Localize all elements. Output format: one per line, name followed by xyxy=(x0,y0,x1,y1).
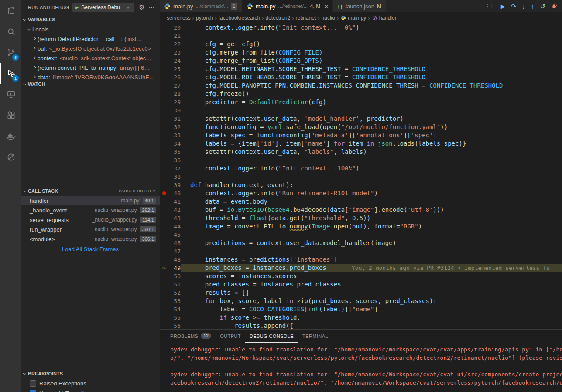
activity-bar-explorer[interactable] xyxy=(0,0,21,21)
breadcrumb-item[interactable]: detectron2 xyxy=(265,15,290,21)
breakpoint-gutter[interactable] xyxy=(160,214,168,222)
panel-tab-terminal[interactable]: TERMINAL xyxy=(298,330,332,343)
load-all-stack-frames-link[interactable]: Load All Stack Frames xyxy=(21,246,160,252)
code-line[interactable]: 38 xyxy=(160,173,562,181)
activity-bar-source-control[interactable]: 8 xyxy=(0,42,21,63)
code-line[interactable]: 46 predictions = context.user_data.model… xyxy=(160,239,562,247)
code-line[interactable]: 36 xyxy=(160,156,562,164)
breakpoint-gutter[interactable] xyxy=(160,90,168,98)
breakpoint-gutter[interactable] xyxy=(160,40,168,48)
breakpoint-gutter[interactable] xyxy=(160,115,168,123)
stack-frame[interactable]: serve_requests_nuclio_wrapper.py114:1 xyxy=(21,215,160,225)
close-icon[interactable]: × xyxy=(324,3,328,10)
code-line[interactable]: 30 xyxy=(160,106,562,115)
watch-section-header[interactable]: WATCH xyxy=(21,79,160,89)
breakpoint-gutter[interactable] xyxy=(160,24,168,32)
code-line[interactable]: 23 cfg.merge_from_file(CONFIG_FILE) xyxy=(160,48,562,57)
code-line[interactable]: 33 labels_spec = functionconfig['metadat… xyxy=(160,131,562,140)
code-line[interactable]: 24 cfg.merge_from_list(CONFIG_OPTS) xyxy=(160,57,562,65)
breakpoint-gutter[interactable] xyxy=(160,322,168,329)
breakpoint-gutter[interactable] xyxy=(160,140,168,148)
code-line[interactable]: 55 if score >= threshold: xyxy=(160,314,562,322)
launch-config-select[interactable]: ▶ Serverless Debu xyxy=(72,3,134,12)
breakpoint-gutter[interactable] xyxy=(160,297,168,305)
disconnect-button[interactable] xyxy=(551,3,558,10)
code-line[interactable]: 37 context.logger.info("Init context...1… xyxy=(160,164,562,173)
breakpoint-gutter[interactable] xyxy=(160,65,168,73)
variable-row[interactable]: (return) DefaultPredictor.__call__:{'ins… xyxy=(21,34,160,44)
variable-row[interactable]: (return) convert_PIL_to_numpy:array([[[ … xyxy=(21,63,160,72)
breakpoint-gutter[interactable] xyxy=(160,131,168,140)
stack-frame[interactable]: handlermain.py49:1 xyxy=(21,196,160,205)
breakpoint-gutter[interactable] xyxy=(160,239,168,247)
breakpoint-gutter[interactable] xyxy=(160,148,168,156)
breakpoint-gutter[interactable] xyxy=(160,305,168,314)
code-line[interactable]: 41 data = event.body xyxy=(160,198,562,206)
code-line[interactable]: ▷49 pred_boxes = instances.pred_boxesYou… xyxy=(160,264,562,272)
call-stack-section-header[interactable]: CALL STACK PAUSED ON STEP xyxy=(21,186,160,196)
breakpoint-gutter[interactable] xyxy=(160,73,168,82)
editor-tab[interactable]: main.py.../siammask/...1 xyxy=(160,0,242,12)
breakpoint-gutter[interactable] xyxy=(160,231,168,239)
breakpoint-checkbox[interactable]: ✓ xyxy=(30,390,36,392)
code-line[interactable]: 39def handler(context, event): xyxy=(160,181,562,189)
activity-bar-extensions[interactable] xyxy=(0,105,21,126)
breakpoint-gutter[interactable] xyxy=(160,48,168,57)
breakpoint-gutter[interactable] xyxy=(160,57,168,65)
breakpoint-gutter[interactable] xyxy=(160,222,168,231)
variable-row[interactable]: data:{'image': 'iVBORw0KGgoAAAANSUhE… xyxy=(21,72,160,79)
code-line[interactable]: 45 xyxy=(160,231,562,239)
code-line[interactable]: 52 results = [] xyxy=(160,289,562,297)
breakpoint-gutter[interactable] xyxy=(160,123,168,131)
code-line[interactable]: 54 label = COCO_CATEGORIES[int(label)]["… xyxy=(160,305,562,314)
breakpoint-gutter[interactable] xyxy=(160,272,168,280)
variable-row[interactable]: context:<nuclio_sdk.context.Context obje… xyxy=(21,53,160,63)
breadcrumb-item[interactable]: retinanet xyxy=(296,15,316,21)
code-line[interactable]: 31 setattr(context.user_data, 'model_han… xyxy=(160,115,562,123)
code-line[interactable]: 43 threshold = float(data.get("threshold… xyxy=(160,214,562,222)
code-line[interactable]: 29 predictor = DefaultPredictor(cfg) xyxy=(160,98,562,106)
panel-tab-output[interactable]: OUTPUT xyxy=(216,330,245,343)
activity-bar-docker[interactable] xyxy=(0,126,21,147)
variable-row[interactable]: buf:<_io.BytesIO object at 0x7f5a2dc1ecc… xyxy=(21,44,160,53)
activity-bar-search[interactable] xyxy=(0,21,21,42)
code-line[interactable]: 47 xyxy=(160,247,562,256)
code-line[interactable]: 25 cfg.MODEL.RETINANET.SCORE_THRESH_TEST… xyxy=(160,65,562,73)
breakpoint-row[interactable]: ✓Uncaught Exceptions xyxy=(21,388,160,392)
code-line[interactable]: 56 results.append({ xyxy=(160,322,562,329)
breakpoints-section-header[interactable]: BREAKPOINTS xyxy=(21,369,160,378)
breakpoint-gutter[interactable] xyxy=(160,82,168,90)
editor-tab[interactable]: {}launch.jsonM xyxy=(333,0,386,12)
code-line[interactable]: 34 labels = {item['id']: item['name'] fo… xyxy=(160,140,562,148)
step-over-button[interactable]: ↷ xyxy=(511,3,517,10)
breadcrumb-item[interactable]: serverless xyxy=(167,15,191,21)
breakpoint-gutter[interactable] xyxy=(160,206,168,214)
code-line[interactable]: 20 context.logger.info("Init context... … xyxy=(160,24,562,32)
step-out-button[interactable]: ↑ xyxy=(531,3,535,10)
breakpoint-gutter[interactable] xyxy=(160,289,168,297)
breakpoint-gutter[interactable]: ▷ xyxy=(160,264,168,272)
activity-bar-remote-explorer[interactable] xyxy=(0,84,21,105)
continue-button[interactable]: ▶ xyxy=(500,3,505,9)
gear-icon[interactable]: ⚙ xyxy=(139,3,144,11)
breakpoint-gutter[interactable] xyxy=(160,280,168,289)
variables-scope-locals[interactable]: Locals xyxy=(21,24,160,34)
breakpoint-gutter[interactable] xyxy=(160,173,168,181)
stack-frame[interactable]: <module>_nuclio_wrapper.py366:1 xyxy=(21,234,160,244)
stack-frame[interactable]: run_wrapper_nuclio_wrapper.py360:1 xyxy=(21,225,160,234)
breakpoint-gutter[interactable] xyxy=(160,314,168,322)
variables-section-header[interactable]: VARIABLES xyxy=(21,15,160,24)
breakpoint-gutter[interactable] xyxy=(160,189,168,198)
code-line[interactable]: 51 pred_classes = instances.pred_classes xyxy=(160,280,562,289)
code-line[interactable]: 53 for box, score, label in zip(pred_box… xyxy=(160,297,562,305)
code-line[interactable]: 48 instances = predictions['instances'] xyxy=(160,256,562,264)
code-line[interactable]: 28 cfg.freeze() xyxy=(160,90,562,98)
breakpoint-gutter[interactable] xyxy=(160,247,168,256)
code-line[interactable]: 40 context.logger.info("Run retinanet-R1… xyxy=(160,189,562,198)
breakpoint-gutter[interactable] xyxy=(160,98,168,106)
step-into-button[interactable]: ↓ xyxy=(522,3,525,10)
debug-console-output[interactable]: pydev debugger: unable to find translati… xyxy=(160,343,562,392)
breakpoint-checkbox[interactable]: ✓ xyxy=(30,380,36,387)
code-line[interactable]: 27 cfg.MODEL.PANOPTIC_FPN.COMBINE.INSTAN… xyxy=(160,82,562,90)
breakpoint-gutter[interactable] xyxy=(160,156,168,164)
